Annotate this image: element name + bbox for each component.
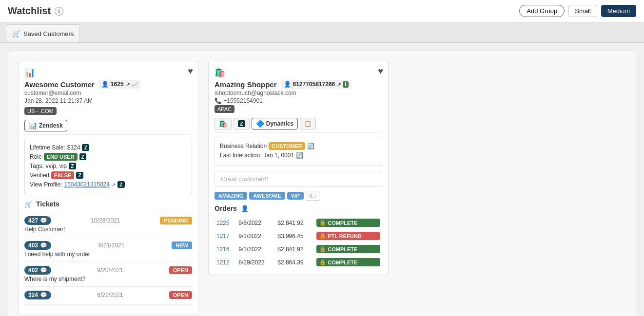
- customer-1-heart[interactable]: ♥: [188, 66, 193, 76]
- ticket-324-id[interactable]: 324 💬: [24, 291, 51, 299]
- ticket-403-status: NEW: [172, 242, 192, 249]
- order-1212-status-badge: 🔒 COMPLETE: [316, 258, 380, 266]
- ticket-chat-icon-3: 💬: [40, 267, 47, 274]
- order-1225-status-badge: 🔒 COMPLETE: [316, 219, 380, 227]
- tabs-bar: 🛒 Saved Customers: [0, 22, 644, 43]
- customer-2-region: APAC: [215, 105, 234, 113]
- info-icon[interactable]: ℹ: [55, 7, 63, 16]
- customer-2-green-tab[interactable]: 🛍️: [215, 118, 232, 130]
- zendesk-icon: 📊: [29, 122, 37, 130]
- ticket-row-324: 324 💬 6/22/2021 OPEN: [24, 291, 192, 305]
- customer-1-role-badge: END USER: [44, 153, 78, 161]
- order-row-1217: 1217 9/1/2022 $3,996.45 🔒 PTL REFUND: [215, 229, 382, 242]
- order-1217-date: 9/1/2022: [236, 229, 275, 242]
- tab-label: Saved Customers: [23, 30, 74, 37]
- zendesk-z-icon-1[interactable]: Z: [82, 144, 89, 151]
- customer-1-role-row: Role END USER Z: [30, 153, 187, 161]
- customer-2-zendesk-tab[interactable]: Z: [234, 118, 250, 130]
- customer-2-email: ishoptoomuch@agnostack.com: [215, 90, 382, 96]
- order-row-1212: 1212 8/29/2022 $2,864.39 🔒 COMPLETE: [215, 256, 382, 269]
- cards-area: 📊 ♥ Awesome Customer 👤 1625 ↗ 📈 customer…: [8, 51, 636, 316]
- order-1225-id[interactable]: 1225: [215, 216, 236, 229]
- dynamics-refresh-icon[interactable]: 🔄: [307, 143, 314, 149]
- order-1216-status-badge: 🔒 COMPLETE: [316, 245, 380, 253]
- tickets-cart-icon: 🛒: [24, 201, 32, 208]
- add-tag-button[interactable]: 🏷: [306, 191, 319, 201]
- dynamics-refresh-icon-2[interactable]: 🔄: [296, 152, 303, 159]
- ticket-427-date: 10/28/2021: [91, 217, 120, 224]
- customer-2-phone: 📞 +15552154901: [215, 97, 382, 104]
- complete-icon: 🔒: [319, 220, 326, 226]
- ticket-403-id[interactable]: 403 💬: [24, 241, 51, 250]
- phone-icon: 📞: [215, 97, 222, 104]
- add-group-button[interactable]: Add Group: [519, 5, 565, 17]
- external-link-icon[interactable]: ↗: [126, 82, 130, 87]
- external-link-icon-3[interactable]: ↗: [337, 82, 341, 87]
- info-badge-icon[interactable]: ℹ: [343, 81, 349, 88]
- customer-1-profile-link[interactable]: 15043021315024: [64, 181, 109, 188]
- tag-amazing: AMAZING: [215, 192, 247, 200]
- ticket-402-header: 402 💬 9/20/2021 OPEN: [24, 266, 192, 275]
- ticket-402-status: OPEN: [169, 266, 192, 274]
- ticket-row-402: 402 💬 9/20/2021 OPEN Where is my shipmen…: [24, 266, 192, 287]
- order-1216-id[interactable]: 1216: [215, 242, 236, 256]
- ticket-403-subject: I need help with my order: [24, 251, 192, 258]
- ticket-row-403: 403 💬 9/21/2021 NEW I need help with my …: [24, 241, 192, 262]
- external-link-icon-2[interactable]: ↗: [112, 182, 116, 187]
- customer-2-relation-badge: CUSTOMER: [269, 142, 305, 150]
- customer-2-heart[interactable]: ♥: [378, 66, 383, 76]
- customer-1-lifetime-sale-row: Lifetime Sale: $124 Z: [30, 144, 187, 151]
- ticket-row-427: 427 💬 10/28/2021 PENDING Help Customer!: [24, 216, 192, 237]
- bar-chart-icon[interactable]: 📈: [132, 82, 137, 87]
- zendesk-icon-2: Z: [238, 120, 245, 127]
- zendesk-z-icon-3[interactable]: Z: [69, 163, 76, 169]
- customer-1-tickets-header: 🛒 Tickets: [24, 200, 192, 211]
- order-1212-date: 8/29/2022: [236, 256, 275, 269]
- order-1212-id[interactable]: 1212: [215, 256, 236, 269]
- zendesk-z-icon-5[interactable]: Z: [117, 181, 125, 188]
- ptl-icon: 🔒: [319, 233, 326, 239]
- ticket-402-date: 9/20/2021: [97, 267, 123, 274]
- tickets-title: Tickets: [36, 200, 59, 208]
- customer-card-2: 🛍️ ♥ Amazing Shopper 👤 6127705817266 ↗ ℹ…: [208, 61, 389, 275]
- customer-2-notes-tab[interactable]: 📋: [300, 118, 316, 130]
- main-content: 📊 ♥ Awesome Customer 👤 1625 ↗ 📈 customer…: [0, 43, 644, 316]
- customer-1-tags-row: Tags: vvip, vip Z: [30, 163, 187, 169]
- order-1217-amount: $3,996.45: [275, 229, 314, 242]
- zendesk-z-icon-4[interactable]: Z: [76, 172, 83, 179]
- ticket-chat-icon-4: 💬: [40, 292, 47, 298]
- size-small-button[interactable]: Small: [568, 5, 597, 17]
- customer-1-profile-row: View Profile: 15043021315024 ↗ Z: [30, 181, 187, 188]
- zendesk-z-icon-2[interactable]: Z: [79, 153, 87, 160]
- order-row-1225: 1225 9/8/2022 $2,841.92 🔒 COMPLETE: [215, 216, 382, 229]
- order-1225-amount: $2,841.92: [275, 216, 314, 229]
- customer-2-top-icon: 🛍️: [215, 67, 382, 78]
- customer-1-zendesk-tab[interactable]: 📊 Zendesk: [24, 120, 67, 131]
- customer-1-top-icon: 📊: [24, 67, 192, 78]
- customer-card-1: 📊 ♥ Awesome Customer 👤 1625 ↗ 📈 customer…: [18, 61, 198, 315]
- order-1216-amount: $2,841.92: [275, 242, 314, 256]
- customer-2-dynamics-tab[interactable]: 🔷 Dynamics: [252, 118, 298, 130]
- order-1216-status: 🔒 COMPLETE: [314, 242, 382, 256]
- ticket-403-date: 9/21/2021: [98, 242, 124, 249]
- person-icon-2: 👤: [284, 81, 291, 88]
- customer-1-score: 👤 1625 ↗ 📈: [98, 80, 140, 89]
- orders-person-icon[interactable]: 👤: [241, 205, 249, 212]
- ticket-427-id[interactable]: 427 💬: [24, 216, 51, 225]
- top-bar-actions: Add Group Small Medium: [519, 5, 636, 17]
- ticket-427-status: PENDING: [160, 217, 192, 224]
- complete-icon-3: 🔒: [319, 259, 326, 265]
- ticket-427-header: 427 💬 10/28/2021 PENDING: [24, 216, 192, 225]
- dynamics-icon: 🔷: [256, 120, 264, 128]
- customer-1-region: US - .COM: [24, 107, 57, 115]
- order-row-1216: 1216 9/1/2022 $2,841.92 🔒 COMPLETE: [215, 242, 382, 256]
- customer-2-dynamics-body: Business Relation CUSTOMER 🔄 Last Intera…: [215, 137, 382, 166]
- customer-1-email: customer@email.com: [24, 90, 192, 96]
- ticket-427-subject: Help Customer!: [24, 226, 192, 233]
- page-title: Watchlist: [8, 5, 51, 17]
- size-medium-button[interactable]: Medium: [601, 5, 636, 17]
- order-1217-id[interactable]: 1217: [215, 229, 236, 242]
- customer-2-orders-header: Orders 👤: [215, 204, 382, 212]
- tab-saved-customers[interactable]: 🛒 Saved Customers: [6, 24, 80, 42]
- ticket-402-id[interactable]: 402 💬: [24, 266, 51, 275]
